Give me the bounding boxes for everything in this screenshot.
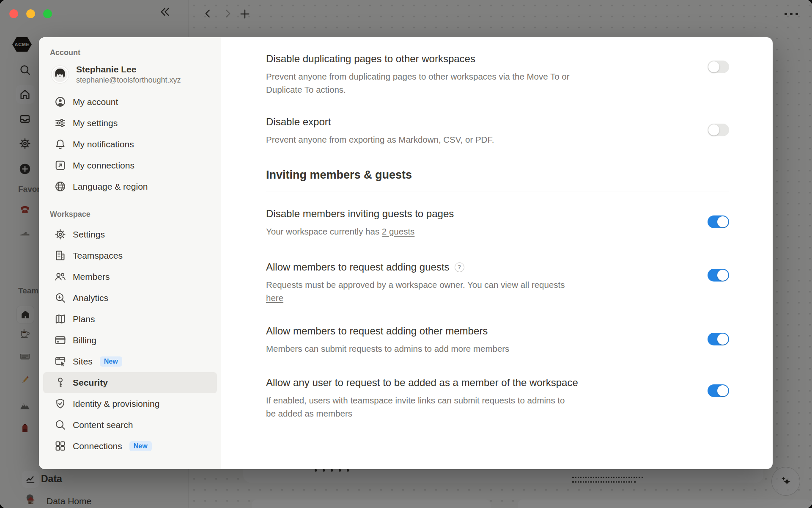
arrow-out-square-icon — [54, 159, 66, 171]
magnifier-icon — [54, 419, 66, 431]
new-badge: New — [129, 441, 152, 451]
sidebar-item-label: My notifications — [73, 139, 134, 149]
app-window: ACME Favorites Teamspaces — [0, 0, 812, 508]
toggle-disable-guest-invites[interactable] — [708, 215, 729, 228]
setting-row-request-guests: Allow members to request adding guests ?… — [266, 260, 729, 304]
avatar — [51, 65, 69, 84]
account-user-row: Stephanie Lee stephanie@toolsforthought.… — [39, 64, 221, 86]
sidebar-item-label: Connections — [73, 441, 122, 451]
shield-check-icon — [54, 398, 66, 410]
setting-description: If enabled, users with teamspace invite … — [266, 394, 708, 420]
setting-title: Disable export — [266, 115, 708, 129]
sidebar-item-label: Members — [73, 272, 110, 282]
security-settings-content: Disable duplicating pages to other works… — [221, 37, 773, 469]
new-badge: New — [100, 356, 122, 367]
minimize-button[interactable] — [26, 9, 35, 18]
setting-row-request-members: Allow members to request adding other me… — [266, 324, 729, 355]
sidebar-item-sites[interactable]: Sites New — [43, 351, 217, 372]
setting-title: Allow members to request adding guests ? — [266, 260, 708, 274]
sidebar-item-label: Security — [73, 378, 108, 388]
sidebar-item-billing[interactable]: Billing — [43, 330, 217, 351]
sidebar-item-label: Identity & provisioning — [73, 399, 159, 409]
sidebar-item-language-region[interactable]: Language & region — [43, 176, 217, 197]
key-icon — [54, 376, 66, 389]
toggle-request-members[interactable] — [708, 333, 729, 345]
zoom-button[interactable] — [43, 9, 52, 18]
setting-row-disable-guest-invites: Disable members inviting guests to pages… — [266, 207, 729, 238]
sidebar-item-label: Billing — [73, 335, 96, 345]
user-name: Stephanie Lee — [76, 64, 181, 75]
section-heading-inviting: Inviting members & guests — [266, 167, 729, 182]
setting-title: Disable duplicating pages to other works… — [266, 52, 708, 66]
account-user-info: Stephanie Lee stephanie@toolsforthought.… — [76, 64, 181, 86]
sidebar-item-security[interactable]: Security — [43, 372, 217, 393]
sidebar-item-my-notifications[interactable]: My notifications — [43, 134, 217, 155]
window-controls — [9, 9, 52, 18]
settings-modal: Account Stephanie Lee stephanie@toolsfor… — [39, 37, 773, 469]
sidebar-item-label: My settings — [73, 118, 118, 128]
sliders-icon — [54, 117, 66, 129]
sidebar-item-connections[interactable]: Connections New — [43, 436, 217, 457]
setting-title: Allow members to request adding other me… — [266, 324, 708, 338]
magnifier-sparkle-icon — [54, 292, 66, 304]
help-question-icon[interactable]: ? — [455, 262, 464, 272]
setting-row-disable-export: Disable export Prevent anyone from expor… — [266, 115, 729, 146]
sidebar-item-label: Settings — [73, 229, 105, 240]
sidebar-item-label: Content search — [73, 420, 133, 430]
sidebar-item-my-account[interactable]: My account — [43, 91, 217, 113]
account-section-header: Account — [39, 48, 221, 57]
setting-description: Your workspace currently has 2 guests — [266, 225, 708, 238]
grid-icon — [54, 440, 66, 452]
sidebar-item-label: Plans — [73, 314, 95, 324]
sidebar-item-settings[interactable]: Settings — [43, 224, 217, 245]
people-icon — [54, 271, 66, 283]
requests-here-link[interactable]: here — [266, 293, 283, 303]
workspace-section-header: Workspace — [39, 210, 221, 219]
credit-card-icon — [54, 334, 66, 346]
sidebar-item-label: Teamspaces — [73, 251, 123, 261]
settings-sidebar: Account Stephanie Lee stephanie@toolsfor… — [39, 37, 221, 469]
setting-description: Requests must be approved by a workspace… — [266, 278, 708, 304]
browser-cursor-icon — [54, 355, 66, 367]
setting-description: Prevent anyone from exporting as Markdow… — [266, 133, 708, 146]
gear-icon — [54, 228, 66, 240]
toggle-request-guests[interactable] — [708, 269, 729, 282]
setting-row-disable-duplicating: Disable duplicating pages to other works… — [266, 52, 729, 96]
bell-icon — [54, 138, 66, 150]
sidebar-item-label: Language & region — [73, 182, 148, 192]
close-button[interactable] — [9, 9, 18, 18]
toggle-disable-export[interactable] — [708, 124, 729, 136]
sidebar-item-my-connections[interactable]: My connections — [43, 155, 217, 176]
sidebar-item-my-settings[interactable]: My settings — [43, 113, 217, 134]
setting-description: Members can submit requests to admins to… — [266, 342, 708, 355]
setting-description: Prevent anyone from duplicating pages to… — [266, 70, 708, 96]
toggle-disable-duplicating[interactable] — [708, 61, 729, 73]
sidebar-item-plans[interactable]: Plans — [43, 309, 217, 330]
sidebar-item-label: My connections — [73, 160, 134, 171]
user-email: stephanie@toolsforthought.xyz — [76, 75, 181, 85]
person-circle-icon — [54, 96, 66, 108]
setting-title: Disable members inviting guests to pages — [266, 207, 708, 221]
toggle-any-user-request[interactable] — [708, 384, 729, 397]
sidebar-item-label: Analytics — [73, 293, 108, 303]
sidebar-item-label: My account — [73, 97, 118, 107]
building-icon — [54, 249, 66, 262]
section-divider — [266, 191, 729, 191]
setting-title: Allow any user to request to be added as… — [266, 375, 708, 390]
guests-count-link[interactable]: 2 guests — [382, 226, 415, 236]
sidebar-item-identity-provisioning[interactable]: Identity & provisioning — [43, 393, 217, 414]
globe-icon — [54, 180, 66, 193]
sidebar-item-teamspaces[interactable]: Teamspaces — [43, 245, 217, 266]
sidebar-item-label: Sites — [73, 356, 93, 367]
map-icon — [54, 313, 66, 325]
sidebar-item-members[interactable]: Members — [43, 266, 217, 287]
sidebar-item-analytics[interactable]: Analytics — [43, 287, 217, 309]
setting-row-any-user-request: Allow any user to request to be added as… — [266, 375, 729, 420]
sidebar-item-content-search[interactable]: Content search — [43, 414, 217, 436]
